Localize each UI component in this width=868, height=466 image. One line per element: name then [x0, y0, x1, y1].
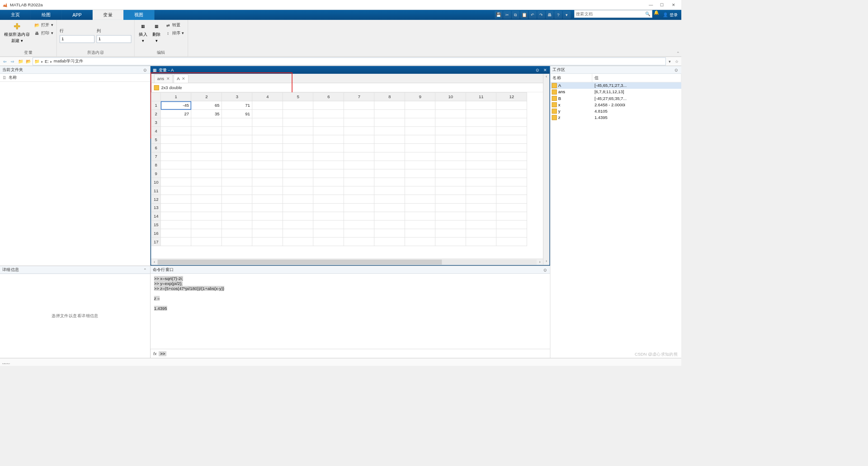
fx-icon[interactable]: fx	[153, 351, 156, 356]
grid-cell[interactable]	[160, 127, 191, 135]
scroll-left-icon[interactable]: ‹	[151, 259, 157, 264]
grid-cell[interactable]	[405, 109, 436, 118]
nav-forward-icon[interactable]: ⇨	[9, 58, 16, 65]
grid-cell[interactable]	[344, 178, 375, 186]
path-box[interactable]: 📁 ▸ E: ▸ matlab学习文件	[33, 57, 665, 65]
transpose-button[interactable]: ⇄转置	[165, 21, 185, 29]
grid-cell[interactable]	[496, 161, 527, 169]
grid-cell[interactable]	[252, 161, 283, 169]
grid-cell[interactable]	[435, 195, 466, 204]
col-header[interactable]: 8	[374, 92, 405, 101]
nav-up-icon[interactable]: 📁	[17, 58, 24, 65]
grid-cell[interactable]	[435, 152, 466, 161]
grid-cell[interactable]	[496, 109, 527, 118]
grid-cell[interactable]	[222, 169, 253, 178]
grid-cell[interactable]	[405, 144, 436, 152]
row-header[interactable]: 12	[151, 195, 161, 204]
grid-cell[interactable]	[252, 229, 283, 238]
variable-grid[interactable]: 1234567891011121-45657122735913456789101…	[151, 92, 543, 258]
search-icon[interactable]: 🔍	[645, 11, 651, 16]
workspace-row[interactable]: ans[6,7,8;11,12,13]	[551, 89, 682, 95]
insert-button[interactable]: ▦插入▾	[137, 21, 149, 43]
grid-cell[interactable]	[252, 195, 283, 204]
grid-cell[interactable]	[283, 109, 314, 118]
grid-cell[interactable]	[313, 144, 344, 152]
grid-cell[interactable]	[222, 195, 253, 204]
grid-cell[interactable]	[191, 212, 222, 220]
row-header[interactable]: 17	[151, 238, 161, 246]
path-drive[interactable]: E:	[45, 59, 49, 64]
grid-cell[interactable]	[344, 101, 375, 109]
col-header[interactable]: 2	[191, 92, 222, 101]
grid-cell[interactable]	[283, 101, 314, 109]
pane-menu-icon[interactable]: ⊙	[142, 67, 148, 73]
grid-cell[interactable]	[466, 220, 497, 229]
grid-cell[interactable]	[191, 195, 222, 204]
grid-cell[interactable]	[222, 229, 253, 238]
grid-cell[interactable]	[160, 186, 191, 195]
grid-cell[interactable]	[283, 229, 314, 238]
close-button[interactable]: ✕	[668, 0, 679, 9]
grid-cell[interactable]	[466, 238, 497, 246]
grid-cell[interactable]	[374, 135, 405, 144]
grid-cell[interactable]	[313, 135, 344, 144]
grid-cell[interactable]	[344, 109, 375, 118]
grid-cell[interactable]	[252, 220, 283, 229]
grid-cell[interactable]	[313, 220, 344, 229]
grid-cell[interactable]	[466, 212, 497, 220]
dropdown-icon[interactable]: ▾	[563, 11, 571, 19]
grid-cell[interactable]	[283, 118, 314, 127]
grid-cell[interactable]	[374, 101, 405, 109]
grid-cell[interactable]	[466, 178, 497, 186]
cut-icon[interactable]: ✂	[503, 11, 511, 19]
grid-cell[interactable]	[252, 186, 283, 195]
grid-cell[interactable]	[283, 161, 314, 169]
col-input[interactable]	[97, 35, 132, 43]
grid-cell[interactable]	[466, 229, 497, 238]
grid-cell[interactable]	[191, 144, 222, 152]
grid-cell[interactable]	[313, 161, 344, 169]
grid-cell[interactable]	[405, 229, 436, 238]
grid-cell[interactable]	[344, 118, 375, 127]
login-button[interactable]: 👤 登录	[659, 10, 681, 20]
grid-cell[interactable]	[466, 135, 497, 144]
grid-cell[interactable]	[344, 203, 375, 212]
grid-cell[interactable]	[405, 152, 436, 161]
grid-cell[interactable]	[191, 135, 222, 144]
workspace-row[interactable]: B[-45;27;65;35;7...	[551, 95, 682, 101]
grid-cell[interactable]	[252, 238, 283, 246]
grid-cell[interactable]	[344, 161, 375, 169]
grid-cell[interactable]	[313, 229, 344, 238]
command-prompt-row[interactable]: fx >>	[151, 349, 550, 358]
grid-cell[interactable]	[252, 152, 283, 161]
grid-cell[interactable]	[160, 118, 191, 127]
grid-cell[interactable]	[344, 229, 375, 238]
grid-cell[interactable]	[222, 238, 253, 246]
col-header[interactable]: 11	[466, 92, 497, 101]
workspace-menu-icon[interactable]: ⊙	[674, 67, 679, 73]
grid-cell[interactable]: 27	[160, 109, 191, 118]
grid-cell[interactable]	[191, 118, 222, 127]
grid-cell[interactable]	[466, 109, 497, 118]
grid-cell[interactable]	[466, 203, 497, 212]
minimize-button[interactable]: —	[645, 0, 656, 9]
grid-cell[interactable]	[160, 238, 191, 246]
grid-cell[interactable]	[344, 195, 375, 204]
grid-cell[interactable]	[435, 229, 466, 238]
grid-cell[interactable]	[435, 178, 466, 186]
path-star-icon[interactable]: ☆	[674, 59, 680, 64]
grid-cell[interactable]	[252, 135, 283, 144]
grid-cell[interactable]	[160, 229, 191, 238]
grid-cell[interactable]	[496, 152, 527, 161]
tab-app[interactable]: APP	[62, 10, 93, 20]
grid-cell[interactable]	[160, 203, 191, 212]
grid-cell[interactable]	[283, 144, 314, 152]
grid-cell[interactable]	[405, 135, 436, 144]
path-dropdown-icon[interactable]: ▾	[666, 59, 673, 64]
grid-cell[interactable]	[374, 186, 405, 195]
grid-cell[interactable]	[496, 203, 527, 212]
grid-cell[interactable]	[496, 127, 527, 135]
grid-cell[interactable]	[191, 127, 222, 135]
grid-cell[interactable]	[344, 135, 375, 144]
grid-cell[interactable]	[496, 212, 527, 220]
